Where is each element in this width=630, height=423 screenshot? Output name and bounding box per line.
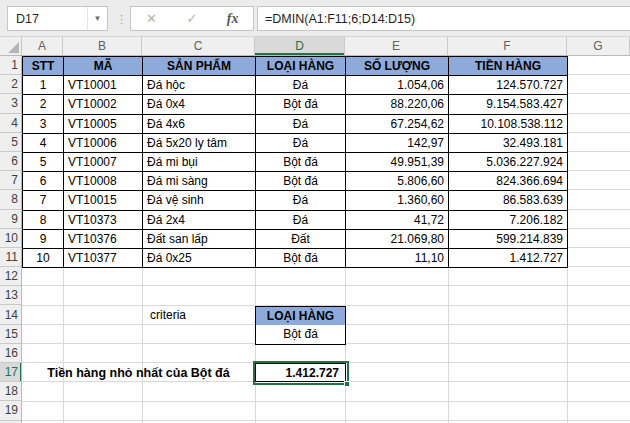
cell-so-luong[interactable]: 41,72 [346, 210, 449, 229]
cell-ma[interactable]: VT10001 [64, 76, 143, 95]
cell-so-luong[interactable]: 88.220,06 [346, 95, 449, 114]
cell-so-luong[interactable]: 21.069,80 [346, 229, 449, 248]
cell-tien-hang[interactable]: 599.214.839 [449, 229, 568, 248]
row-header[interactable]: 13 [0, 286, 22, 305]
cell-loai-hang[interactable]: Đất [256, 229, 346, 248]
row-header[interactable]: 6 [0, 152, 22, 171]
formula-input[interactable]: =DMIN(A1:F11;6;D14:D15) [257, 6, 630, 31]
cell-ma[interactable]: VT10005 [64, 114, 143, 133]
cancel-icon[interactable]: ✕ [136, 11, 166, 26]
name-box-dropdown-icon[interactable]: ▼ [87, 7, 107, 30]
cell-ma[interactable]: VT10002 [64, 95, 143, 114]
header-tien-hang[interactable]: TIỀN HÀNG [449, 57, 568, 76]
row-header[interactable]: 12 [0, 267, 22, 286]
cell-tien-hang[interactable]: 124.570.727 [449, 76, 568, 95]
cell-so-luong[interactable]: 49.951,39 [346, 152, 449, 171]
cell-san-pham[interactable]: Đá vệ sinh [143, 191, 256, 210]
enter-icon[interactable]: ✓ [177, 11, 207, 26]
cell-stt[interactable]: 6 [23, 172, 64, 191]
row-header[interactable]: 15 [0, 325, 22, 344]
col-header-d[interactable]: D [255, 37, 345, 55]
cell-san-pham[interactable]: Đá mi bụi [143, 152, 256, 171]
insert-function-icon[interactable]: fx [218, 11, 248, 27]
cell-ma[interactable]: VT10377 [64, 248, 143, 267]
cell-ma[interactable]: VT10008 [64, 172, 143, 191]
cell-stt[interactable]: 9 [23, 229, 64, 248]
cell-stt[interactable]: 7 [23, 191, 64, 210]
cell-stt[interactable]: 5 [23, 152, 64, 171]
selected-cell-d17[interactable]: 1.412.727 [255, 363, 346, 382]
cell-ma[interactable]: VT10015 [64, 191, 143, 210]
cell-tien-hang[interactable]: 1.412.727 [449, 248, 568, 267]
header-loai-hang[interactable]: LOẠI HÀNG [256, 57, 346, 76]
row-header[interactable]: 10 [0, 229, 22, 248]
cell-loai-hang[interactable]: Bột đá [256, 172, 346, 191]
row-header[interactable]: 18 [0, 382, 22, 401]
cell-loai-hang[interactable]: Đá [256, 210, 346, 229]
cell-ma[interactable]: VT10373 [64, 210, 143, 229]
header-so-luong[interactable]: SỐ LƯỢNG [346, 57, 449, 76]
col-header-e[interactable]: E [345, 37, 448, 55]
cell-loai-hang[interactable]: Bột đá [256, 95, 346, 114]
cell-so-luong[interactable]: 1.360,60 [346, 191, 449, 210]
cell-tien-hang[interactable]: 7.206.182 [449, 210, 568, 229]
cell-ma[interactable]: VT10007 [64, 152, 143, 171]
cell-tien-hang[interactable]: 9.154.583.427 [449, 95, 568, 114]
cell-stt[interactable]: 1 [23, 76, 64, 95]
header-stt[interactable]: STT [23, 57, 64, 76]
header-san-pham[interactable]: SẢN PHẨM [143, 57, 256, 76]
cell-stt[interactable]: 10 [23, 248, 64, 267]
col-header-c[interactable]: C [142, 37, 255, 55]
cell-loai-hang[interactable]: Bột đá [256, 248, 346, 267]
name-box[interactable]: D17 ▼ [7, 6, 108, 31]
row-header[interactable]: 2 [0, 75, 22, 94]
cell-stt[interactable]: 8 [23, 210, 64, 229]
header-ma[interactable]: MÃ [64, 57, 143, 76]
cell-loai-hang[interactable]: Đá [256, 133, 346, 152]
cell-san-pham[interactable]: Đá 2x4 [143, 210, 256, 229]
cell-so-luong[interactable]: 1.054,06 [346, 76, 449, 95]
cell-tien-hang[interactable]: 824.366.694 [449, 172, 568, 191]
cell-tien-hang[interactable]: 32.493.181 [449, 133, 568, 152]
fill-handle[interactable] [344, 381, 350, 387]
criteria-value-cell[interactable]: Bột đá [255, 325, 346, 345]
col-header-f[interactable]: F [448, 37, 567, 55]
cell-san-pham[interactable]: Đá 0x4 [143, 95, 256, 114]
criteria-header-cell[interactable]: LOẠI HÀNG [255, 306, 346, 326]
cell-loai-hang[interactable]: Đá [256, 114, 346, 133]
cell-san-pham[interactable]: Đá 4x6 [143, 114, 256, 133]
cell-stt[interactable]: 3 [23, 114, 64, 133]
cell-so-luong[interactable]: 142,97 [346, 133, 449, 152]
row-header[interactable]: 4 [0, 114, 22, 133]
row-header[interactable]: 1 [0, 56, 22, 75]
cell-stt[interactable]: 4 [23, 133, 64, 152]
cell-tien-hang[interactable]: 5.036.227.924 [449, 152, 568, 171]
cell-san-pham[interactable]: Đất san lấp [143, 229, 256, 248]
cell-san-pham[interactable]: Đá hộc [143, 76, 256, 95]
cell-loai-hang[interactable]: Đá [256, 191, 346, 210]
cell-so-luong[interactable]: 67.254,62 [346, 114, 449, 133]
cell-tien-hang[interactable]: 10.108.538.112 [449, 114, 568, 133]
cell-so-luong[interactable]: 5.806,60 [346, 172, 449, 191]
row-header[interactable]: 8 [0, 190, 22, 209]
cell-tien-hang[interactable]: 86.583.639 [449, 191, 568, 210]
cell-ma[interactable]: VT10006 [64, 133, 143, 152]
cell-san-pham[interactable]: Đá 5x20 ly tâm [143, 133, 256, 152]
row-header[interactable]: 7 [0, 171, 22, 190]
select-all-corner[interactable] [0, 37, 22, 55]
cell-so-luong[interactable]: 11,10 [346, 248, 449, 267]
row-header[interactable]: 3 [0, 94, 22, 113]
row-header[interactable]: 14 [0, 305, 22, 324]
cell-san-pham[interactable]: Đá mi sàng [143, 172, 256, 191]
cell-loai-hang[interactable]: Đá [256, 76, 346, 95]
cell-san-pham[interactable]: Đá 0x25 [143, 248, 256, 267]
criteria-label[interactable]: criteria [142, 306, 255, 325]
col-header-b[interactable]: B [63, 37, 142, 55]
row-header[interactable]: 11 [0, 248, 22, 267]
row-header[interactable]: 9 [0, 210, 22, 229]
col-header-g[interactable]: G [567, 37, 630, 55]
row-header[interactable]: 19 [0, 401, 22, 420]
col-header-a[interactable]: A [22, 37, 63, 55]
row-header[interactable]: 16 [0, 344, 22, 363]
cell-ma[interactable]: VT10376 [64, 229, 143, 248]
